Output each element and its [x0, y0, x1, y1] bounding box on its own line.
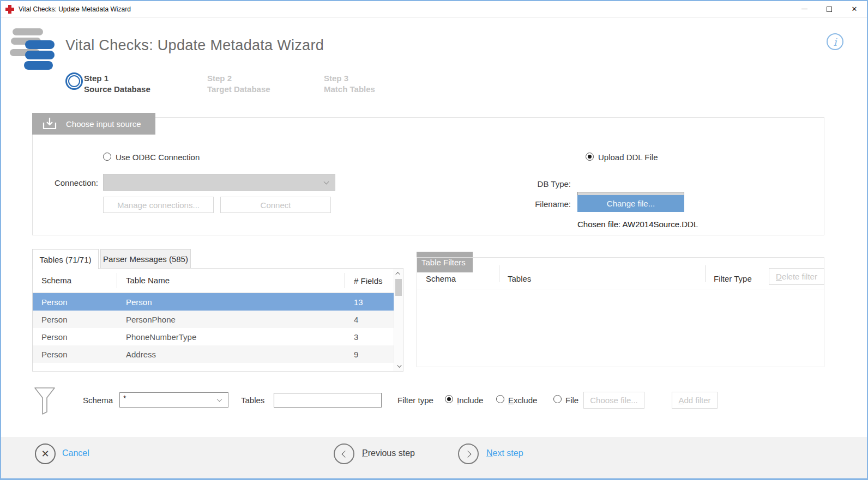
include-radio[interactable] — [445, 395, 453, 403]
step-2: Step 2 Target Database — [207, 73, 270, 95]
include-radio-label: Include — [457, 396, 483, 405]
connection-dropdown[interactable] — [103, 174, 335, 191]
cell-fields: 4 — [345, 315, 394, 324]
close-icon: ✕ — [852, 5, 858, 13]
filter-type-label: Filter type — [397, 396, 433, 405]
titlebar: Vital Checks: Update Metadata Wizard ✕ — [1, 1, 867, 17]
connection-label: Connection: — [47, 178, 98, 187]
previous-step-button[interactable]: Previous step — [362, 448, 415, 458]
step-3-label: Match Tables — [324, 84, 375, 95]
table-row[interactable]: PersonPersonPhone4 — [33, 311, 394, 328]
step-2-label: Target Database — [207, 84, 270, 95]
input-source-header-label: Choose input source — [66, 119, 141, 129]
step-2-number: Step 2 — [207, 73, 270, 84]
cell-table: PersonPhone — [117, 315, 345, 324]
cell-table: Person — [117, 297, 345, 307]
delete-filter-button[interactable]: Delete filter — [769, 268, 824, 285]
odbc-radio-label: Use ODBC Connection — [116, 153, 200, 162]
db-type-label: DB Type: — [534, 179, 571, 189]
previous-step-icon[interactable] — [334, 443, 354, 464]
cell-fields: 13 — [345, 297, 394, 307]
window-title: Vital Checks: Update Metadata Wizard — [19, 5, 131, 13]
filters-column-filter-type: Filter Type — [714, 274, 752, 283]
next-step-icon[interactable] — [458, 443, 479, 464]
tables-header-row: Schema Table Name # Fields — [33, 269, 403, 293]
cell-table: Address — [117, 350, 345, 359]
connection-value — [104, 174, 108, 184]
add-filter-button[interactable]: Add filter — [672, 392, 718, 409]
step1-indicator-icon — [65, 72, 83, 90]
upload-ddl-radio-label: Upload DDL File — [598, 153, 658, 162]
scroll-down-icon[interactable] — [394, 362, 403, 370]
column-table-name: Table Name — [117, 273, 345, 288]
step-1: Step 1 Source Database — [84, 73, 150, 95]
column-schema: Schema — [33, 273, 117, 288]
app-window: Vital Checks: Update Metadata Wizard ✕ V… — [0, 0, 868, 480]
maximize-icon — [827, 7, 832, 12]
filters-header-row: Schema Tables Filter Type Delete filter — [417, 258, 824, 289]
maximize-button[interactable] — [817, 1, 842, 17]
next-step-button[interactable]: Next step — [486, 448, 523, 458]
schema-filter-value: * — [123, 394, 126, 407]
cell-schema: Person — [33, 332, 117, 342]
footer-bar: ✕ Cancel Previous step Next step — [1, 437, 867, 479]
change-file-button[interactable]: Change file... — [577, 195, 684, 212]
scrollbar-thumb[interactable] — [395, 279, 402, 296]
chevron-down-icon — [217, 397, 222, 402]
chevron-down-icon — [324, 179, 329, 184]
filters-column-tables: Tables — [508, 274, 531, 283]
page-title: Vital Checks: Update Metadata Wizard — [65, 37, 324, 54]
schema-filter-label: Schema — [83, 396, 113, 405]
tables-filter-input[interactable] — [274, 393, 382, 408]
funnel-icon — [34, 387, 56, 415]
exclude-radio-label: Exclude — [508, 396, 537, 405]
table-row[interactable]: PersonAddress9 — [33, 345, 394, 363]
step-1-number: Step 1 — [84, 73, 150, 84]
table-filters-panel: Schema Tables Filter Type Delete filter — [417, 257, 824, 367]
cancel-button[interactable]: Cancel — [62, 448, 89, 458]
app-logo — [8, 27, 58, 72]
filename-label: Filename: — [534, 199, 571, 209]
upload-ddl-radio[interactable] — [586, 153, 594, 161]
minimize-icon — [801, 9, 807, 9]
filters-column-schema: Schema — [426, 274, 456, 283]
tables-scrollbar[interactable] — [394, 269, 403, 371]
file-radio-label: File — [565, 396, 578, 405]
cell-schema: Person — [33, 350, 117, 359]
cell-schema: Person — [33, 297, 117, 307]
step-3: Step 3 Match Tables — [324, 73, 375, 95]
cancel-icon[interactable]: ✕ — [35, 443, 56, 464]
info-icon[interactable]: i — [827, 33, 843, 50]
odbc-radio[interactable] — [103, 153, 111, 161]
choose-file-button[interactable]: Choose file... — [583, 392, 644, 409]
cell-fields: 9 — [345, 350, 394, 359]
step-1-label: Source Database — [84, 84, 150, 95]
cell-schema: Person — [33, 315, 117, 324]
minimize-button[interactable] — [792, 1, 817, 17]
table-row[interactable]: PersonPerson13 — [33, 293, 394, 311]
tab-tables[interactable]: Tables (71/71) — [32, 249, 99, 269]
exclude-radio[interactable] — [496, 395, 504, 403]
step-3-number: Step 3 — [324, 73, 375, 84]
schema-filter-dropdown[interactable]: * — [119, 392, 228, 408]
manage-connections-button[interactable]: Manage connections... — [103, 197, 214, 213]
chosen-file-text: Chosen file: AW2014Source.DDL — [577, 220, 698, 229]
tables-filter-label: Tables — [241, 396, 264, 405]
file-radio[interactable] — [553, 395, 562, 403]
tab-parser-messages[interactable]: Parser Messages (585) — [100, 249, 191, 269]
tables-panel: Schema Table Name # Fields PersonPerson1… — [32, 268, 403, 372]
download-icon — [42, 117, 57, 130]
cell-fields: 3 — [345, 332, 394, 342]
scroll-up-icon[interactable] — [394, 269, 403, 278]
red-cross-icon — [5, 5, 14, 14]
input-source-header: Choose input source — [32, 113, 155, 135]
tables-body: PersonPerson13PersonPersonPhone4PersonPh… — [33, 293, 403, 363]
close-button[interactable]: ✕ — [842, 1, 867, 17]
cell-table: PhoneNumberType — [117, 332, 345, 342]
connect-button[interactable]: Connect — [220, 197, 331, 213]
table-row[interactable]: PersonPhoneNumberType3 — [33, 328, 394, 345]
